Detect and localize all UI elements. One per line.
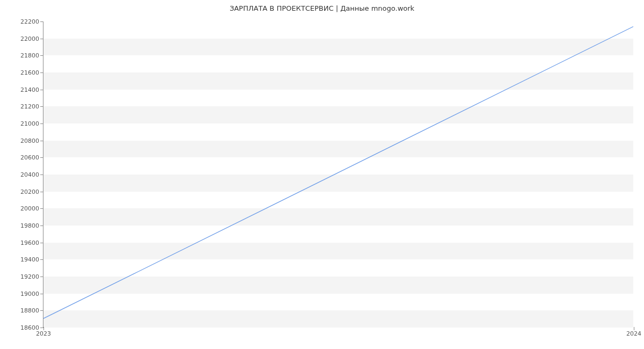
y-tick [40, 157, 43, 158]
y-tick-label: 19800 [20, 222, 39, 229]
y-tick [40, 294, 43, 294]
y-tick [40, 106, 43, 107]
y-tick [40, 55, 43, 56]
y-tick [40, 90, 43, 90]
y-tick-label: 22000 [20, 35, 39, 42]
y-tick [40, 39, 43, 39]
y-tick-label: 21200 [20, 103, 39, 110]
y-tick-label: 21000 [20, 120, 39, 127]
y-tick-label: 19000 [20, 290, 39, 297]
y-tick [40, 243, 43, 243]
y-tick-label: 20400 [20, 171, 39, 178]
y-tick-label: 20800 [20, 137, 39, 144]
y-tick-label: 20600 [20, 154, 39, 161]
y-tick [40, 141, 43, 141]
y-tick [40, 208, 43, 209]
x-tick-label: 2024 [626, 330, 641, 337]
y-tick-label: 18800 [20, 307, 39, 314]
y-tick-label: 22200 [20, 18, 39, 25]
y-tick-label: 21600 [20, 69, 39, 76]
y-tick [40, 226, 43, 226]
y-tick [40, 123, 43, 124]
y-tick-label: 20000 [20, 205, 39, 212]
y-tick [40, 72, 43, 73]
y-tick [40, 174, 43, 175]
y-tick-label: 20200 [20, 188, 39, 195]
y-tick-label: 21800 [20, 52, 39, 59]
y-tick-label: 19600 [20, 239, 39, 246]
y-tick [40, 21, 43, 22]
y-tick-label: 19200 [20, 273, 39, 280]
chart-title: ЗАРПЛАТА В ПРОЕКТСЕРВИС | Данные mnogo.w… [0, 4, 644, 12]
chart-line-layer [43, 21, 633, 327]
y-tick-label: 21400 [20, 86, 39, 93]
chart-plot-area: 1860018800190001920019400196001980020000… [43, 21, 633, 328]
x-tick-label: 2023 [36, 330, 51, 337]
y-tick [40, 310, 43, 311]
y-tick [40, 192, 43, 192]
y-tick [40, 259, 43, 260]
chart-series-line [43, 26, 633, 318]
y-tick [40, 277, 43, 277]
y-tick-label: 19400 [20, 256, 39, 263]
